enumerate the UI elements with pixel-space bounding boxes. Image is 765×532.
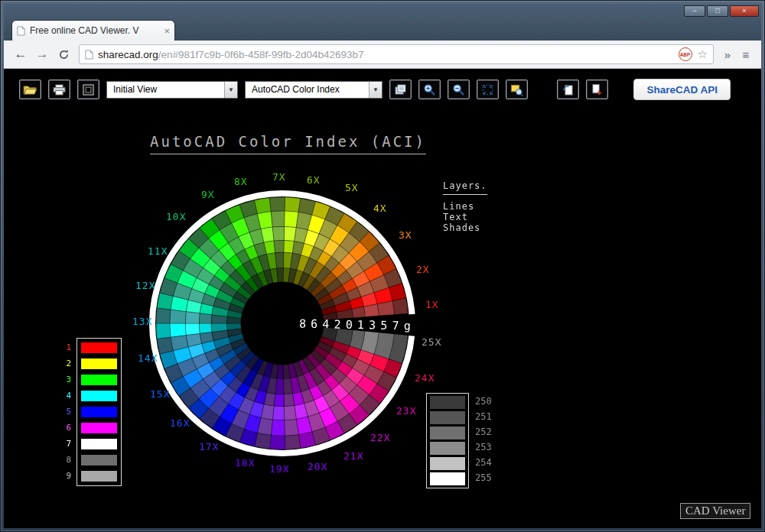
page-favicon-icon — [17, 26, 25, 36]
aci-legend-number: 2 — [60, 358, 71, 369]
aci-color-swatch — [81, 439, 117, 449]
forward-button[interactable]: → — [31, 44, 53, 64]
aci-legend-number: 9 — [60, 471, 71, 482]
aci-color-legend: 123456789 — [60, 338, 122, 486]
reload-icon — [58, 49, 70, 60]
aci-color-swatch — [81, 423, 117, 433]
download-page-icon — [591, 83, 604, 96]
aci-color-swatch — [81, 358, 117, 369]
back-button[interactable]: ← — [10, 44, 31, 64]
aci-color-swatch — [81, 455, 117, 466]
chevron-down-icon: ▼ — [224, 82, 237, 98]
zoom-area-button[interactable] — [506, 79, 528, 99]
layers-item-shades: Shades — [443, 222, 487, 233]
adblock-badge-icon[interactable]: ABP — [679, 47, 692, 61]
aci-legend-number: 5 — [60, 407, 71, 417]
aci-legend-number: 3 — [60, 375, 71, 385]
navigation-bar: ← → sharecad.org /en#981f7c9b-0f6b-458f-… — [4, 41, 761, 69]
close-window-button[interactable]: × — [730, 5, 759, 17]
cad-viewer-watermark: CAD Viewer — [680, 503, 750, 519]
gray-legend-label: 254 — [475, 456, 492, 469]
aci-color-swatch — [81, 391, 117, 401]
zoom-out-button[interactable] — [448, 79, 470, 99]
rotate-page-icon — [562, 83, 575, 96]
print-button[interactable] — [48, 79, 70, 99]
gray-legend-label: 255 — [475, 472, 492, 485]
tab-close-icon[interactable]: × — [164, 26, 170, 36]
layers-panel: Layers. Lines Text Shades — [443, 180, 487, 233]
gray-legend-label: 253 — [475, 441, 492, 454]
layers-panel-title: Layers. — [443, 180, 487, 195]
url-host: sharecad.org — [98, 49, 158, 60]
export-button[interactable] — [586, 79, 608, 99]
tab-title: Free online CAD Viewer. V — [30, 25, 159, 36]
layout-select-value: AutoCAD Color Index — [252, 84, 340, 95]
aci-legend-number: 6 — [60, 423, 71, 433]
zoom-out-icon — [452, 83, 465, 96]
invert-background-button[interactable] — [77, 79, 99, 99]
browser-tab[interactable]: Free online CAD Viewer. V × — [11, 20, 175, 41]
gray-color-swatch — [430, 427, 465, 440]
gray-legend-label: 251 — [475, 410, 492, 423]
open-folder-icon — [23, 84, 37, 96]
gray-color-swatch — [430, 411, 465, 424]
gray-color-swatch — [430, 457, 465, 470]
drawing-title: AutoCAD Color Index (ACI) — [150, 133, 426, 154]
gray-color-swatch — [430, 472, 465, 485]
gray-color-swatch — [430, 442, 465, 455]
printer-icon — [52, 84, 67, 96]
aci-color-swatch — [81, 342, 117, 353]
chevron-down-icon: ▼ — [369, 82, 382, 98]
url-path: /en#981f7c9b-0f6b-458f-99fb-2d04b42693b7 — [158, 49, 364, 60]
aci-legend-box — [76, 338, 122, 486]
gray-legend-label: 252 — [475, 426, 492, 439]
layers-item-lines: Lines — [443, 201, 487, 212]
grayscale-legend: 250251252253254255 — [426, 393, 492, 488]
gray-legend-label: 250 — [475, 395, 492, 408]
layers-icon — [394, 84, 407, 96]
view-select-value: Initial View — [113, 84, 157, 95]
aci-legend-number: 1 — [60, 342, 71, 353]
aci-legend-number: 8 — [60, 455, 71, 466]
color-wheel-canvas[interactable] — [137, 178, 428, 469]
zoom-window-icon — [510, 83, 523, 96]
title-bar: – □ × Free online CAD Viewer. V × — [4, 4, 761, 41]
cad-viewer-page: Initial View ▼ AutoCAD Color Index ▼ — [4, 69, 761, 528]
minimize-button[interactable]: – — [684, 5, 705, 17]
zoom-in-button[interactable] — [418, 79, 441, 99]
background-square-icon — [83, 84, 94, 96]
aci-legend-number: 4 — [60, 391, 71, 401]
layers-item-text: Text — [443, 212, 487, 222]
browser-menu-button[interactable]: ≡ — [737, 44, 755, 64]
browser-window: – □ × Free online CAD Viewer. V × ← → sh… — [0, 0, 765, 532]
open-file-button[interactable] — [19, 79, 41, 99]
aci-color-swatch — [81, 375, 117, 385]
aci-color-swatch — [81, 407, 117, 417]
address-bar[interactable]: sharecad.org /en#981f7c9b-0f6b-458f-99fb… — [79, 44, 714, 64]
rotate-button[interactable] — [557, 79, 579, 99]
gray-legend-labels: 250251252253254255 — [469, 393, 492, 488]
document-icon — [85, 50, 93, 60]
layers-button[interactable] — [389, 79, 412, 99]
layout-select[interactable]: AutoCAD Color Index ▼ — [245, 81, 382, 99]
reload-button[interactable] — [53, 44, 74, 64]
gray-legend-box — [426, 393, 469, 488]
bookmark-star-icon[interactable]: ☆ — [698, 47, 708, 61]
maximize-button[interactable]: □ — [707, 5, 728, 17]
aci-color-swatch — [81, 471, 117, 482]
sharecad-api-button[interactable]: ShareCAD API — [633, 79, 731, 100]
aci-legend-numbers: 123456789 — [60, 338, 76, 486]
extensions-overflow-button[interactable]: » — [718, 44, 737, 64]
window-controls: – □ × — [684, 5, 759, 17]
fit-to-window-button[interactable] — [477, 79, 499, 99]
view-select[interactable]: Initial View ▼ — [106, 81, 238, 99]
gray-color-swatch — [430, 396, 465, 409]
zoom-in-icon — [423, 83, 436, 96]
cad-toolbar: Initial View ▼ AutoCAD Color Index ▼ — [4, 69, 761, 107]
aci-legend-number: 7 — [60, 439, 71, 449]
fit-screen-icon — [481, 83, 494, 96]
